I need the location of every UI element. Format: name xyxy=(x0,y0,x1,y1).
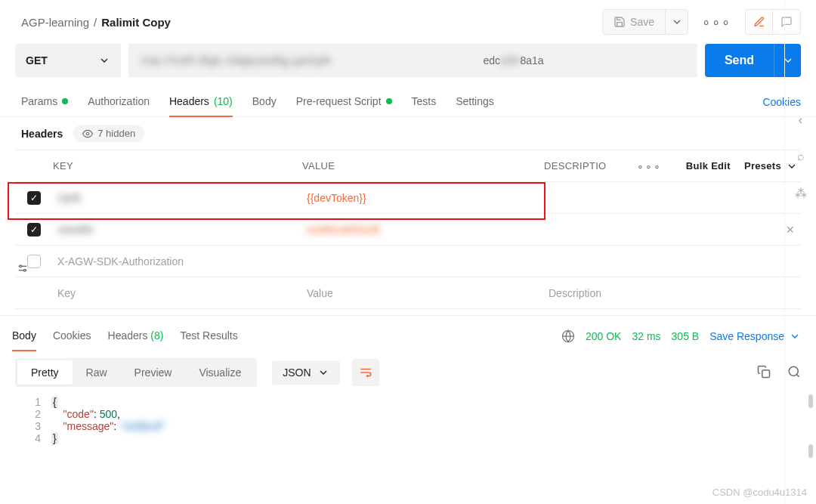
url-segment: edc xyxy=(484,54,501,66)
svg-point-0 xyxy=(87,132,90,135)
row-enable-checkbox[interactable] xyxy=(27,191,41,205)
line-number: 4 xyxy=(27,432,51,444)
response-body-viewer[interactable]: 1{ 2 "code": 500, 3 "message": "skdfjlsd… xyxy=(0,391,816,459)
chevron-down-icon xyxy=(671,16,683,28)
status-time[interactable]: 32 ms xyxy=(632,330,660,342)
tab-label: Body xyxy=(12,329,36,342)
column-options-button[interactable]: ∘∘∘ xyxy=(631,160,661,172)
line-number: 3 xyxy=(27,420,51,432)
col-value: VALUE xyxy=(302,160,544,172)
chevron-down-icon xyxy=(317,366,329,379)
view-pretty[interactable]: Pretty xyxy=(17,360,73,385)
edit-button[interactable] xyxy=(746,10,773,34)
row-enable-checkbox[interactable] xyxy=(27,255,41,268)
status-size[interactable]: 305 B xyxy=(672,330,700,342)
eye-icon xyxy=(82,128,93,139)
tab-body[interactable]: Body xyxy=(252,88,277,116)
tab-label: Tests xyxy=(412,95,437,107)
json-value: 500 xyxy=(100,408,117,420)
response-tab-body[interactable]: Body xyxy=(12,322,36,351)
wrap-lines-button[interactable] xyxy=(352,359,379,386)
tab-headers[interactable]: Headers (10) xyxy=(169,88,233,116)
url-segment: 8a1a xyxy=(520,54,543,66)
save-icon xyxy=(614,16,626,28)
toggle-hidden-headers[interactable]: 7 hidden xyxy=(73,125,144,142)
tab-pre-request-script[interactable]: Pre-request Script xyxy=(296,88,392,116)
status-dot-icon xyxy=(62,98,68,104)
sidebar-item[interactable]: ⌕ xyxy=(797,150,805,163)
pencil-icon xyxy=(753,16,765,28)
globe-icon[interactable] xyxy=(561,329,575,343)
row-enable-checkbox[interactable] xyxy=(27,223,41,237)
json-value-obscured: "skdfjlsdf" xyxy=(119,420,165,432)
row-options-button[interactable] xyxy=(17,262,29,277)
code-brace: } xyxy=(51,432,58,444)
header-description-field[interactable]: Description xyxy=(544,280,801,307)
view-visualize[interactable]: Visualize xyxy=(185,360,255,385)
headers-section-label: Headers xyxy=(21,128,63,140)
table-row: X-AGW-SDK-Authorization xyxy=(15,246,801,277)
header-key-field[interactable]: slskdfld xyxy=(53,216,302,243)
view-raw[interactable]: Raw xyxy=(73,360,121,385)
url-obscured-segment: nttp://lsdlf.dfgk.sfdgkjskdfjg.gwf/gfk xyxy=(141,54,332,66)
wrap-icon xyxy=(359,366,372,379)
header-key-field[interactable]: Gjkfk xyxy=(53,184,302,212)
svg-rect-8 xyxy=(762,369,770,377)
header-key-field[interactable]: Key xyxy=(53,280,302,307)
request-url-input[interactable]: nttp://lsdlf.dfgk.sfdgkjskdfjg.gwf/gfk e… xyxy=(128,44,697,77)
breadcrumb-request[interactable]: Ralimit Copy xyxy=(101,16,171,29)
save-button-label: Save xyxy=(630,16,654,28)
tab-label: Body xyxy=(252,95,277,107)
tab-settings[interactable]: Settings xyxy=(456,88,494,116)
http-method-value: GET xyxy=(26,54,48,66)
send-button[interactable]: Send xyxy=(705,44,774,77)
send-button-label: Send xyxy=(725,54,754,67)
tab-params[interactable]: Params xyxy=(21,88,68,116)
svg-point-4 xyxy=(23,269,26,271)
breadcrumb-workspace[interactable]: AGP-learning xyxy=(21,16,89,29)
tab-authorization[interactable]: Authorization xyxy=(88,88,150,116)
tab-label: Pre-request Script xyxy=(296,95,382,107)
http-method-select[interactable]: GET xyxy=(15,44,121,77)
col-key: KEY xyxy=(53,160,302,172)
save-dropdown-caret[interactable] xyxy=(665,10,688,34)
tab-label: Cookies xyxy=(53,329,91,342)
col-description: DESCRIPTIO xyxy=(544,160,631,172)
more-actions-button[interactable]: ∘∘∘ xyxy=(696,14,737,30)
code-brace: { xyxy=(51,396,58,408)
copy-icon xyxy=(757,365,771,379)
sidebar-item[interactable]: ⁂ xyxy=(795,186,807,200)
line-number: 1 xyxy=(27,396,51,408)
header-value-field[interactable]: {{devToken}} xyxy=(302,184,544,212)
response-tab-test-results[interactable]: Test Results xyxy=(180,322,237,351)
watermark: CSDN @codu4u1314 xyxy=(712,487,807,498)
tab-label: Headers xyxy=(169,95,209,107)
response-format-value: JSON xyxy=(283,366,311,379)
header-value-field[interactable]: ksldfklsdkflskdfl xyxy=(302,216,544,243)
response-tab-cookies[interactable]: Cookies xyxy=(53,322,91,351)
header-key-field[interactable]: X-AGW-SDK-Authorization xyxy=(53,248,302,275)
header-value-field[interactable]: Value xyxy=(302,280,544,307)
save-response-label: Save Response xyxy=(709,330,784,342)
breadcrumb: AGP-learning / Ralimit Copy xyxy=(21,16,171,29)
tab-label: Settings xyxy=(456,95,494,107)
json-key: "code" xyxy=(63,408,94,420)
status-code[interactable]: 200 OK xyxy=(586,330,621,342)
tab-tests[interactable]: Tests xyxy=(412,88,437,116)
headers-table-head: KEY VALUE DESCRIPTIO ∘∘∘ Bulk Edit Prese… xyxy=(15,150,801,182)
response-format-select[interactable]: JSON xyxy=(272,360,339,385)
url-obscured-segment: a59 xyxy=(500,54,520,66)
chevron-down-icon xyxy=(98,54,110,66)
save-button[interactable]: Save xyxy=(603,10,665,34)
bulk-edit-button[interactable]: Bulk Edit xyxy=(686,160,731,172)
tab-label: Params xyxy=(21,95,57,107)
json-key: "message" xyxy=(63,420,114,432)
view-preview[interactable]: Preview xyxy=(121,360,186,385)
tab-label: Authorization xyxy=(88,95,150,107)
sidebar-item[interactable]: ‹ xyxy=(799,113,802,127)
copy-response-button[interactable] xyxy=(757,365,771,381)
table-row: Gjkfk {{devToken}} xyxy=(15,182,801,214)
response-tab-headers[interactable]: Headers (8) xyxy=(108,322,164,351)
status-dot-icon xyxy=(386,98,392,104)
breadcrumb-separator: / xyxy=(94,16,97,29)
